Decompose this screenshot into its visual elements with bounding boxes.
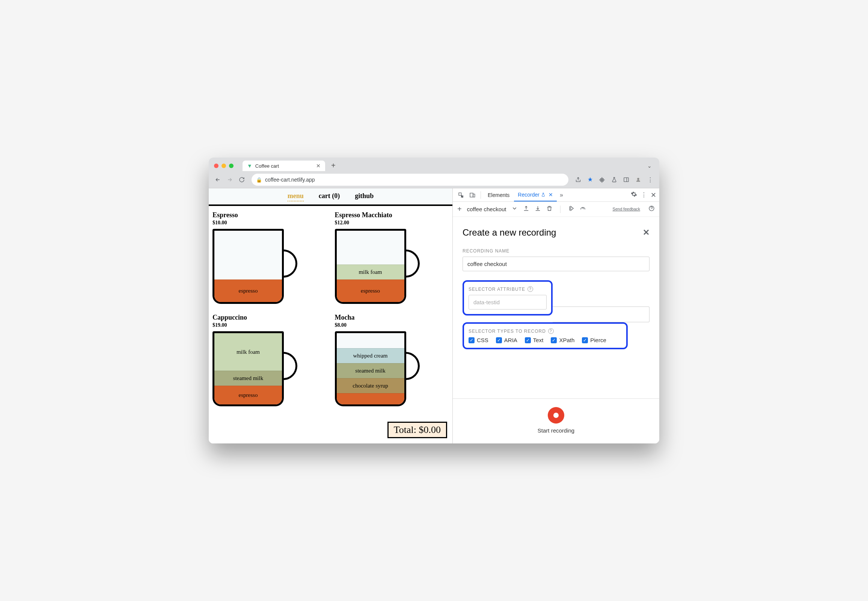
recording-dropdown[interactable]: coffee checkout [467,206,506,212]
help-circle-icon[interactable]: ? [548,328,554,334]
layer-milkfoam: milk foam [337,264,404,279]
minimize-window-icon[interactable] [222,163,226,168]
tabs-dropdown-icon[interactable]: ⌄ [647,163,654,169]
device-toolbar-icon[interactable] [467,192,478,198]
cup-handle-icon [405,352,420,380]
feedback-label: Send feedback [613,207,640,211]
send-feedback-link[interactable]: Send feedback [613,207,640,211]
check-icon: ✓ [551,337,557,343]
address-bar[interactable]: 🔒 coffee-cart.netlify.app [252,174,568,186]
menu-item-macchiato: Espresso Macchiato $12.00 milk foam espr… [335,211,449,308]
more-tabs-icon[interactable]: » [558,192,565,198]
svg-point-2 [637,178,639,180]
import-icon[interactable] [535,205,541,213]
new-recording-icon[interactable]: + [457,205,462,214]
tab-elements[interactable]: Elements [484,189,513,201]
cup-mocha[interactable]: whipped cream steamed milk chocolate syr… [335,331,421,410]
nav-github[interactable]: github [355,192,374,201]
settings-gear-icon[interactable] [631,191,637,199]
item-price: $8.00 [335,322,449,328]
layer-espresso [337,393,404,404]
start-recording-label: Start recording [538,427,575,434]
layer-espresso: espresso [214,386,282,404]
delete-icon[interactable] [546,205,553,213]
divider [560,206,561,213]
checkbox-xpath[interactable]: ✓XPath [551,337,575,343]
svg-rect-0 [624,178,628,182]
export-icon[interactable] [523,205,529,213]
reload-button[interactable] [237,174,247,185]
vue-favicon-icon: ▼ [247,163,252,169]
nav-cart[interactable]: cart (0) [319,192,340,201]
recorder-toolbar: + coffee checkout Send feedback [453,202,659,217]
cup-espresso[interactable]: espresso [212,229,299,308]
selector-attribute-highlight: SELECTOR ATTRIBUTE ? [463,280,553,316]
panel-title: Create a new recording [463,227,556,238]
bookmark-star-icon[interactable] [585,174,596,185]
help-icon[interactable] [648,205,655,213]
recording-name-input[interactable] [463,256,649,271]
performance-icon[interactable] [580,205,586,213]
devtools-kebab-icon[interactable]: ⋮ [641,191,647,198]
selector-attribute-input-extension[interactable] [553,307,649,322]
layer-espresso: espresso [337,279,404,302]
cup-cappuccino[interactable]: milk foam steamed milk espresso [212,331,299,410]
checkbox-pierce[interactable]: ✓Pierce [582,337,606,343]
cup-handle-icon [282,250,297,278]
menu-item-mocha: Mocha $8.00 whipped cream steamed milk c… [335,314,449,410]
tab-recorder-label: Recorder [518,192,539,198]
cup-handle-icon [282,352,297,380]
close-tab-recorder-icon[interactable]: ✕ [549,192,553,198]
browser-toolbar: 🔒 coffee-cart.netlify.app ⋮ [209,171,659,188]
kebab-menu-icon[interactable]: ⋮ [645,174,656,185]
record-icon [553,413,559,418]
cup-macchiato[interactable]: milk foam espresso [335,229,421,308]
selector-types-highlight: SELECTOR TYPES TO RECORD ? ✓CSS ✓ARIA ✓T… [463,322,628,349]
forward-button[interactable] [225,174,235,185]
item-name: Espresso [212,211,327,219]
nav-menu[interactable]: menu [287,192,304,201]
layer-espresso: espresso [214,279,282,302]
close-panel-icon[interactable]: ✕ [643,228,649,238]
checkbox-text[interactable]: ✓Text [525,337,544,343]
cart-total[interactable]: Total: $0.00 [387,422,447,438]
item-name: Mocha [335,314,449,322]
label-text: SELECTOR ATTRIBUTE [469,287,525,292]
browser-tab[interactable]: ▼ Coffee cart ✕ [243,160,325,171]
item-price: $19.00 [212,322,327,328]
recorder-footer: Start recording [453,399,659,444]
close-devtools-icon[interactable]: ✕ [651,191,656,199]
layer-steamed: steamed milk [337,363,404,378]
maximize-window-icon[interactable] [229,163,234,168]
close-window-icon[interactable] [214,163,219,168]
chevron-down-icon[interactable] [511,205,518,213]
checkbox-css[interactable]: ✓CSS [469,337,488,343]
back-button[interactable] [212,174,223,185]
tab-recorder[interactable]: Recorder ✕ [514,189,557,201]
new-tab-button[interactable]: + [331,161,336,170]
titlebar: ▼ Coffee cart ✕ + ⌄ [209,157,659,171]
label-text: SELECTOR TYPES TO RECORD [469,329,546,334]
replay-icon[interactable] [568,205,575,213]
check-icon: ✓ [525,337,531,343]
recording-name-label: RECORDING NAME [463,249,649,253]
checkbox-label: Text [533,337,544,343]
share-button[interactable] [573,174,584,185]
profile-avatar-icon[interactable] [633,174,643,185]
item-name: Cappuccino [212,314,327,322]
help-circle-icon[interactable]: ? [527,286,533,292]
extensions-icon[interactable] [597,174,607,185]
content-area: menu cart (0) github Espresso $10.00 esp… [209,188,659,444]
start-recording-button[interactable] [548,407,564,424]
checkbox-aria[interactable]: ✓ARIA [496,337,517,343]
layer-milkfoam: milk foam [214,333,282,371]
side-panel-icon[interactable] [621,174,631,185]
selector-attribute-input[interactable] [469,295,547,310]
close-tab-icon[interactable]: ✕ [316,163,321,169]
labs-icon[interactable] [609,174,619,185]
page-body: Espresso $10.00 espresso Espresso Macchi… [209,204,452,444]
browser-window: ▼ Coffee cart ✕ + ⌄ 🔒 coffee-cart.netlif… [209,157,659,444]
layer-steamed: steamed milk [214,371,282,386]
inspect-element-icon[interactable] [456,192,466,198]
cup-handle-icon [405,250,420,278]
